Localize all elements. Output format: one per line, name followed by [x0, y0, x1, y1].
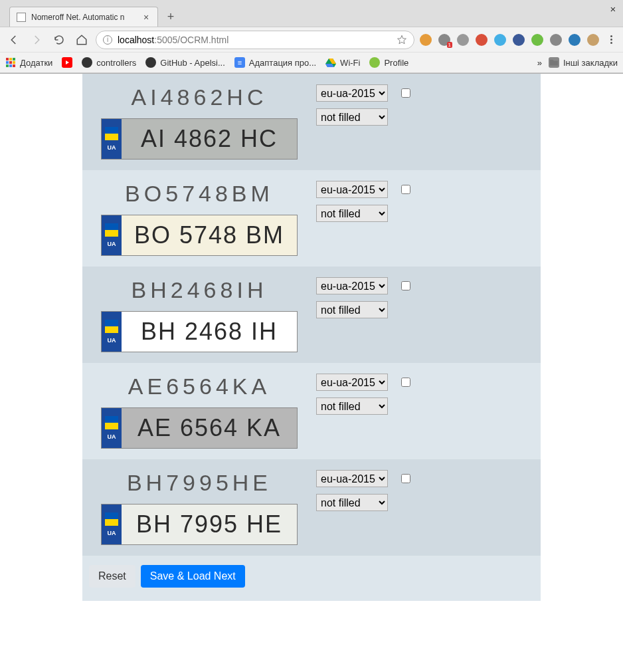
- plate-type-select[interactable]: eu-ua-2015: [316, 84, 388, 102]
- plate-country-label: UA: [108, 337, 116, 344]
- address-bar[interactable]: i localhost:5005/OCRM.html: [96, 31, 414, 49]
- plate-country-label: UA: [108, 144, 116, 151]
- docs-icon: ≡: [234, 57, 245, 68]
- plate-checkbox[interactable]: [401, 378, 410, 387]
- forward-button[interactable]: [28, 31, 45, 49]
- plate-number: BH 7995 HE: [122, 504, 297, 544]
- github-icon: [145, 57, 156, 68]
- svg-rect-6: [6, 64, 9, 67]
- save-button[interactable]: Save & Load Next: [141, 565, 245, 588]
- page-container: AI4862HC UA AI 4862 HC eu-ua-2015 not fi…: [82, 74, 541, 601]
- extension-icon[interactable]: [513, 34, 525, 46]
- tab-favicon-icon: [17, 13, 26, 22]
- plate-left: AI4862HC UA AI 4862 HC: [93, 84, 306, 160]
- leaf-icon: [369, 57, 380, 68]
- extension-icon[interactable]: [569, 34, 580, 46]
- extension-icon[interactable]: [420, 34, 432, 46]
- svg-rect-7: [9, 64, 12, 67]
- extension-icon[interactable]: [494, 34, 506, 46]
- titlebar: Nomeroff Net. Automatic n × + ×: [0, 0, 623, 27]
- plate-ocr-text: BH2468IH: [132, 277, 268, 303]
- folder-icon: [549, 57, 559, 68]
- reset-button[interactable]: Reset: [89, 565, 135, 588]
- plate-checkbox[interactable]: [401, 281, 410, 290]
- plate-country-label: UA: [108, 433, 116, 440]
- plate-country-label: UA: [108, 530, 116, 536]
- plate-controls: eu-ua-2015 not filled: [316, 470, 530, 511]
- plate-state-select[interactable]: not filled: [316, 397, 388, 415]
- bookmark-item[interactable]: Profile: [369, 57, 408, 68]
- extension-icon[interactable]: [531, 34, 543, 46]
- plate-flag: UA: [102, 408, 122, 448]
- extension-icon[interactable]: [457, 34, 469, 46]
- plate-ocr-text: AE6564KA: [128, 374, 270, 399]
- home-button[interactable]: [73, 31, 90, 49]
- plate-checkbox[interactable]: [401, 88, 410, 98]
- plate-number: AE 6564 KA: [122, 408, 297, 448]
- plate-left: BO5748BM UA BO 5748 BM: [93, 181, 306, 256]
- bookmark-item[interactable]: Wi-Fi: [325, 57, 360, 68]
- bookmark-item[interactable]: ≡ Адаптация про...: [234, 57, 316, 68]
- menu-button[interactable]: [604, 33, 618, 47]
- site-info-icon[interactable]: i: [103, 35, 112, 45]
- plate-number: BO 5748 BM: [122, 215, 297, 255]
- svg-rect-0: [6, 58, 9, 60]
- plate-row: AE6564KA UA AE 6564 KA eu-ua-2015 not fi…: [82, 363, 541, 459]
- extension-icon[interactable]: [550, 34, 562, 46]
- plate-image: UA AE 6564 KA: [101, 407, 298, 449]
- plate-state-select[interactable]: not filled: [316, 108, 388, 126]
- bookmark-label: Wi-Fi: [340, 58, 360, 68]
- plate-left: BH7995HE UA BH 7995 HE: [93, 470, 306, 545]
- drive-icon: [325, 57, 336, 68]
- plate-ocr-text: BH7995HE: [127, 470, 272, 496]
- plate-flag: UA: [102, 119, 122, 159]
- extension-icon[interactable]: [476, 34, 488, 46]
- plate-checkbox[interactable]: [401, 474, 410, 483]
- tab-title: Nomeroff Net. Automatic n: [31, 13, 136, 22]
- bookmark-item[interactable]: controllers: [82, 57, 136, 68]
- apps-icon: [5, 57, 16, 68]
- window-close-icon[interactable]: ×: [607, 3, 619, 15]
- plate-type-select[interactable]: eu-ua-2015: [316, 374, 388, 391]
- plate-flag: UA: [102, 312, 122, 352]
- tab-close-icon[interactable]: ×: [141, 13, 151, 22]
- new-tab-button[interactable]: +: [162, 8, 179, 25]
- plate-controls: eu-ua-2015 not filled: [316, 374, 530, 415]
- reload-button[interactable]: [50, 31, 68, 49]
- svg-rect-2: [13, 58, 15, 60]
- plate-left: BH2468IH UA BH 2468 IH: [93, 277, 306, 352]
- bookmark-item[interactable]: [62, 57, 72, 68]
- svg-rect-3: [6, 61, 9, 64]
- extension-icons: 1: [420, 34, 599, 46]
- plate-state-select[interactable]: not filled: [316, 494, 388, 511]
- other-bookmarks[interactable]: Інші закладки: [549, 57, 618, 68]
- back-button[interactable]: [5, 31, 23, 49]
- browser-chrome: Nomeroff Net. Automatic n × + × i localh…: [0, 0, 623, 74]
- apps-bookmark[interactable]: Додатки: [5, 57, 52, 68]
- plate-row: AI4862HC UA AI 4862 HC eu-ua-2015 not fi…: [82, 74, 541, 170]
- plate-controls: eu-ua-2015 not filled: [316, 84, 530, 126]
- bookmark-overflow-chevron[interactable]: »: [537, 58, 542, 68]
- browser-tab[interactable]: Nomeroff Net. Automatic n ×: [9, 7, 158, 27]
- plate-state-select[interactable]: not filled: [316, 205, 388, 222]
- page-viewport[interactable]: AI4862HC UA AI 4862 HC eu-ua-2015 not fi…: [0, 74, 623, 672]
- bookmark-star-icon[interactable]: [397, 35, 407, 45]
- toolbar: i localhost:5005/OCRM.html 1: [0, 27, 623, 52]
- plate-ocr-text: BO5748BM: [125, 181, 274, 207]
- plate-type-select[interactable]: eu-ua-2015: [316, 470, 388, 487]
- profile-avatar-icon[interactable]: [587, 34, 599, 46]
- plate-number: BH 2468 IH: [122, 312, 297, 352]
- extension-icon[interactable]: 1: [438, 34, 450, 46]
- plate-flag: UA: [102, 504, 122, 544]
- apps-label: Додатки: [20, 58, 52, 68]
- plate-row: BH7995HE UA BH 7995 HE eu-ua-2015 not fi…: [82, 459, 541, 556]
- plate-image: UA BH 2468 IH: [101, 311, 298, 352]
- bookmark-item[interactable]: GitHub - Apelsi...: [145, 57, 225, 68]
- bookmark-label: controllers: [96, 58, 136, 68]
- svg-rect-8: [13, 64, 15, 67]
- plate-checkbox[interactable]: [401, 185, 410, 194]
- plate-type-select[interactable]: eu-ua-2015: [316, 181, 388, 198]
- plate-state-select[interactable]: not filled: [316, 301, 388, 318]
- bookmark-label: GitHub - Apelsi...: [160, 58, 225, 68]
- plate-type-select[interactable]: eu-ua-2015: [316, 277, 388, 294]
